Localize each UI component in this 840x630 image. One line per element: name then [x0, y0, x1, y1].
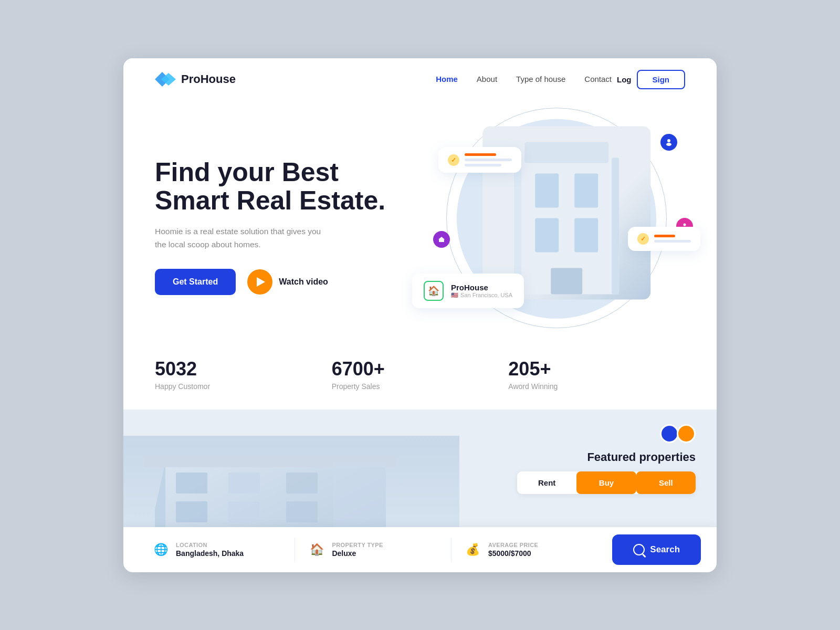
hero-title: Find your Best Smart Real Estate.	[155, 158, 428, 215]
stat-award-winning: 205+ Aword Winning	[508, 358, 685, 391]
hero-actions: Get Started Watch video	[155, 269, 428, 295]
svg-rect-6	[535, 218, 559, 252]
svg-rect-8	[551, 268, 582, 294]
search-icon	[633, 544, 645, 555]
hero-left: Find your Best Smart Real Estate. Hoomie…	[155, 158, 428, 296]
prohouse-title: ProHouse	[451, 283, 512, 292]
location-icon: 🌐	[152, 541, 170, 559]
featured-tabs: Rent Buy Sell	[517, 471, 696, 494]
line-blue-right	[654, 240, 691, 243]
sign-button[interactable]: Sign	[637, 70, 686, 89]
prohouse-icon: 🏠	[424, 281, 444, 301]
property-type-icon: 🏠	[308, 541, 326, 559]
featured-panel: Featured properties Rent Buy Sell	[517, 424, 696, 494]
filter-bar: 🌐 Location Bangladesh, Dhaka 🏠 Property …	[123, 527, 717, 572]
stats-section: 5032 Happy Customor 6700+ Property Sales…	[123, 353, 717, 410]
filter-property-type: 🏠 Property Type Deluxe	[295, 538, 451, 562]
flag-icon: 🇺🇸	[451, 292, 458, 299]
stat-label-2: Aword Winning	[508, 382, 685, 391]
check-icon: ✓	[448, 154, 459, 166]
nav-link-about[interactable]: About	[477, 75, 497, 83]
prohouse-location-card: 🏠 ProHouse 🇺🇸 San Francisco, USA	[412, 274, 524, 308]
svg-rect-4	[535, 173, 559, 207]
price-info: Average Price $5000/$7000	[488, 542, 538, 558]
search-label: Search	[650, 544, 680, 555]
stat-number-0: 5032	[155, 358, 332, 380]
nav-links: Home About Type of house Contact	[436, 75, 612, 84]
svg-rect-5	[574, 173, 598, 207]
svg-point-12	[666, 143, 671, 146]
featured-icon-blue	[660, 424, 679, 443]
card-lines-right	[654, 235, 691, 243]
svg-rect-7	[574, 218, 598, 252]
stat-label-0: Happy Customor	[155, 382, 332, 391]
line-orange	[465, 153, 496, 156]
prohouse-info: ProHouse 🇺🇸 San Francisco, USA	[451, 283, 512, 299]
search-button[interactable]: Search	[612, 534, 701, 565]
play-icon[interactable]	[247, 269, 272, 295]
check-icon-right: ✓	[637, 233, 649, 245]
featured-icon-orange	[677, 424, 696, 443]
svg-rect-29	[286, 472, 318, 494]
hero-section: Find your Best Smart Real Estate. Hoomie…	[123, 101, 717, 353]
card-lines	[465, 153, 512, 166]
stat-number-1: 6700+	[332, 358, 509, 380]
location-label: Location	[176, 542, 244, 548]
svg-rect-30	[286, 501, 318, 522]
brand-name: ProHouse	[181, 72, 236, 86]
nav-item-contact[interactable]: Contact	[584, 75, 612, 84]
svg-marker-16	[438, 237, 445, 239]
logo-icon	[155, 71, 176, 88]
price-value: $5000/$7000	[488, 549, 538, 558]
property-type-info: Property Type Deluxe	[332, 542, 383, 558]
property-type-label: Property Type	[332, 542, 383, 548]
hero-visual: ✓ ✓ 🏠 ProHouse	[428, 117, 685, 337]
location-info: Location Bangladesh, Dhaka	[176, 542, 244, 558]
svg-rect-26	[228, 472, 260, 494]
tab-buy[interactable]: Buy	[576, 471, 636, 494]
svg-rect-10	[612, 158, 619, 294]
nav-item-type[interactable]: Type of house	[516, 75, 565, 84]
line-blue2	[465, 164, 501, 166]
watch-video-button[interactable]: Watch video	[247, 269, 328, 295]
featured-icons	[660, 424, 696, 443]
nav-link-home[interactable]: Home	[436, 75, 458, 83]
filter-location: 🌐 Location Bangladesh, Dhaka	[139, 538, 295, 562]
float-dot-purple	[433, 231, 450, 248]
svg-point-11	[667, 139, 670, 142]
prohouse-location: 🇺🇸 San Francisco, USA	[451, 292, 512, 299]
price-label: Average Price	[488, 542, 538, 548]
nav-link-type[interactable]: Type of house	[516, 75, 565, 83]
hero-description: Hoomie is a real estate solution that gi…	[155, 225, 333, 251]
bottom-section: Featured properties Rent Buy Sell 🌐 Loca…	[123, 410, 717, 572]
svg-rect-24	[176, 501, 207, 522]
svg-rect-15	[439, 239, 444, 242]
log-button[interactable]: Log	[617, 75, 632, 84]
svg-rect-3	[524, 142, 608, 163]
featured-title: Featured properties	[587, 450, 696, 464]
svg-rect-27	[228, 501, 260, 522]
property-type-value: Deluxe	[332, 549, 383, 558]
float-dot-blue	[660, 134, 677, 151]
line-blue	[465, 159, 512, 161]
price-icon: 💰	[464, 541, 482, 559]
logo: ProHouse	[155, 71, 236, 88]
tab-rent[interactable]: Rent	[517, 471, 576, 494]
filter-price: 💰 Average Price $5000/$7000	[452, 538, 607, 562]
property-card-right: ✓	[628, 227, 700, 251]
nav-link-contact[interactable]: Contact	[584, 75, 612, 83]
stat-number-2: 205+	[508, 358, 685, 380]
property-card-top: ✓	[438, 147, 521, 173]
get-started-button[interactable]: Get Started	[155, 269, 236, 295]
nav-item-about[interactable]: About	[477, 75, 497, 84]
svg-point-13	[683, 223, 686, 226]
stat-property-sales: 6700+ Property Sales	[332, 358, 509, 391]
tab-sell[interactable]: Sell	[636, 471, 696, 494]
page-wrapper: ProHouse Home About Type of house Contac…	[123, 58, 717, 572]
nav-item-home[interactable]: Home	[436, 75, 458, 84]
stat-label-1: Property Sales	[332, 382, 509, 391]
location-value: Bangladesh, Dhaka	[176, 549, 244, 558]
watch-label: Watch video	[279, 277, 328, 287]
line-orange-right	[654, 235, 675, 237]
navbar: ProHouse Home About Type of house Contac…	[123, 58, 717, 101]
